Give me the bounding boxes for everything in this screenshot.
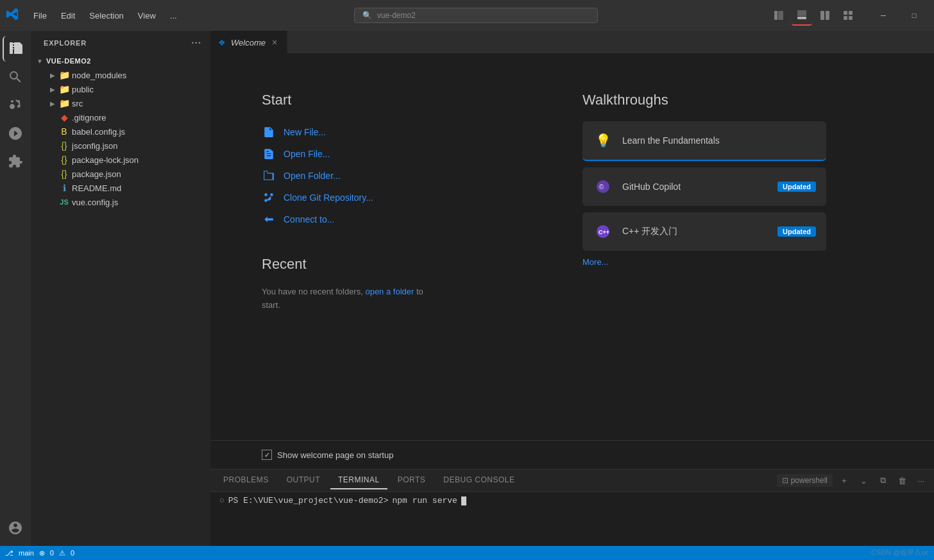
sidebar-more-actions[interactable]: ··· <box>191 37 201 49</box>
walkthrough-cpp[interactable]: C++ C++ 开发入门 Updated <box>582 212 826 251</box>
tree-item-public[interactable]: ▶ 📁 public <box>31 82 210 96</box>
svg-rect-8 <box>844 16 847 20</box>
menu-bar: File Edit Selection View ... <box>27 8 183 23</box>
fundamentals-title: Learn the Fundamentals <box>622 135 816 146</box>
recent-description: You have no recent folders, open a folde… <box>262 285 531 312</box>
sidebar: EXPLORER ··· ▼ VUE-DEMO2 ▶ 📁 node_module… <box>31 31 210 546</box>
activity-accounts[interactable] <box>3 515 28 541</box>
svg-rect-1 <box>778 11 783 20</box>
tree-item-jsconfig[interactable]: {} jsconfig.json <box>31 139 210 153</box>
activity-bar <box>0 31 31 546</box>
svg-rect-6 <box>844 11 847 15</box>
startup-checkbox[interactable]: ✓ <box>262 450 272 460</box>
open-file-link[interactable]: Open File... <box>262 143 531 165</box>
tree-item-babel[interactable]: B babel.config.js <box>31 124 210 139</box>
tree-item-package-lock[interactable]: {} package-lock.json <box>31 153 210 167</box>
tab-bar: ❖ Welcome × <box>210 31 934 53</box>
explorer-title: EXPLORER <box>44 39 87 47</box>
walkthrough-fundamentals[interactable]: 💡 Learn the Fundamentals <box>582 121 826 161</box>
svg-rect-4 <box>820 11 824 20</box>
terminal-path: PS E:\VUE\vue_project\vue-demo2> <box>228 496 389 505</box>
file-label-package: package.json <box>72 169 121 179</box>
tab-debug-console[interactable]: DEBUG CONSOLE <box>436 471 522 489</box>
folder-arrow: ▶ <box>49 86 56 93</box>
open-folder-label: Open Folder... <box>284 171 341 181</box>
file-label-node-modules: node_modules <box>72 71 126 80</box>
menu-file[interactable]: File <box>27 8 53 23</box>
tree-item-package[interactable]: {} package.json <box>31 167 210 181</box>
kill-terminal-btn[interactable]: 🗑 <box>894 473 910 488</box>
powershell-label: powershell <box>791 476 828 485</box>
vscode-logo <box>5 7 19 24</box>
walkthrough-copilot[interactable]: © GitHub Copilot Updated <box>582 167 826 206</box>
new-terminal-btn[interactable]: + <box>836 473 852 488</box>
customize-layout-btn[interactable] <box>838 5 858 26</box>
panel-more-btn[interactable]: ··· <box>913 473 929 488</box>
connect-to-link[interactable]: Connect to... <box>262 208 531 230</box>
tree-item-node-modules[interactable]: ▶ 📁 node_modules <box>31 68 210 82</box>
open-file-icon <box>262 147 276 161</box>
fundamentals-icon: 💡 <box>593 130 613 151</box>
terminal-content[interactable]: ○ PS E:\VUE\vue_project\vue-demo2> npm r… <box>210 492 934 546</box>
title-bar: File Edit Selection View ... 🔍 vue-demo2… <box>0 0 934 31</box>
activity-extensions[interactable] <box>3 149 28 174</box>
clone-git-link[interactable]: Clone Git Repository... <box>262 187 531 208</box>
minimize-btn[interactable]: ─ <box>869 5 898 26</box>
status-bar: ⎇ main ⊗ 0 ⚠ 0 <box>0 546 934 560</box>
file-label-public: public <box>72 85 94 94</box>
tree-item-readme[interactable]: ℹ README.md <box>31 181 210 195</box>
svg-text:©: © <box>599 183 604 191</box>
menu-selection[interactable]: Selection <box>83 8 130 23</box>
warnings-count: 0 <box>71 549 74 557</box>
tree-item-src[interactable]: ▶ 📁 src <box>31 96 210 110</box>
toggle-panel-btn[interactable] <box>792 5 812 26</box>
tree-item-vue-config[interactable]: JS vue.config.js <box>31 195 210 209</box>
open-folder-link[interactable]: Open Folder... <box>262 165 531 187</box>
toggle-sidebar-btn[interactable] <box>768 5 789 26</box>
tab-ports[interactable]: PORTS <box>390 471 434 489</box>
tree-item-gitignore[interactable]: ◆ .gitignore <box>31 110 210 124</box>
cpp-badge: Updated <box>777 226 816 237</box>
git-branch-label[interactable]: main <box>19 549 34 557</box>
layout-controls <box>768 5 858 26</box>
activity-run-debug[interactable] <box>3 121 28 146</box>
tab-close-btn[interactable]: × <box>271 37 278 48</box>
tree-root[interactable]: ▼ VUE-DEMO2 <box>31 54 210 68</box>
vuejs-icon: JS <box>59 198 69 206</box>
git-clone-icon <box>262 191 276 205</box>
startup-checkbox-wrapper[interactable]: ✓ Show welcome page on startup <box>262 450 393 460</box>
copilot-badge: Updated <box>777 182 816 192</box>
svg-rect-0 <box>774 11 777 20</box>
menu-view[interactable]: View <box>132 8 162 23</box>
open-folder-icon <box>262 169 276 183</box>
tab-welcome[interactable]: ❖ Welcome × <box>210 31 287 53</box>
menu-more[interactable]: ... <box>164 8 183 23</box>
tab-output[interactable]: OUTPUT <box>279 471 328 489</box>
new-file-link[interactable]: New File... <box>262 121 531 143</box>
welcome-content: Start New File... Open File... <box>210 53 934 440</box>
search-text: vue-demo2 <box>377 11 416 20</box>
activity-search[interactable] <box>3 64 28 90</box>
split-terminal-btn[interactable]: ⧉ <box>875 473 890 488</box>
more-walkthroughs-link[interactable]: More... <box>582 257 826 267</box>
startup-checkbox-label: Show welcome page on startup <box>277 450 393 460</box>
file-label-readme: README.md <box>72 183 121 193</box>
walkthroughs-title: Walkthroughs <box>582 92 826 108</box>
split-editor-btn[interactable] <box>815 5 835 26</box>
terminal-cursor <box>461 496 466 505</box>
open-folder-recent-link[interactable]: open a folder <box>365 287 414 296</box>
terminal-more-btn[interactable]: ⌄ <box>856 473 871 488</box>
new-file-icon <box>262 125 276 139</box>
folder-icon: 📁 <box>59 84 69 94</box>
tab-terminal[interactable]: TERMINAL <box>330 471 387 489</box>
collapse-arrow: ▼ <box>36 58 44 65</box>
tab-problems[interactable]: PROBLEMS <box>216 471 276 489</box>
search-box[interactable]: 🔍 vue-demo2 <box>354 8 598 23</box>
activity-source-control[interactable] <box>3 92 28 118</box>
recent-section: Recent You have no recent folders, open … <box>262 256 531 312</box>
activity-explorer[interactable] <box>3 36 28 62</box>
menu-edit[interactable]: Edit <box>55 8 81 23</box>
svg-rect-7 <box>849 11 853 15</box>
panel-right-controls: ⊡ powershell + ⌄ ⧉ 🗑 ··· <box>777 473 929 488</box>
maximize-btn[interactable]: □ <box>899 5 929 26</box>
